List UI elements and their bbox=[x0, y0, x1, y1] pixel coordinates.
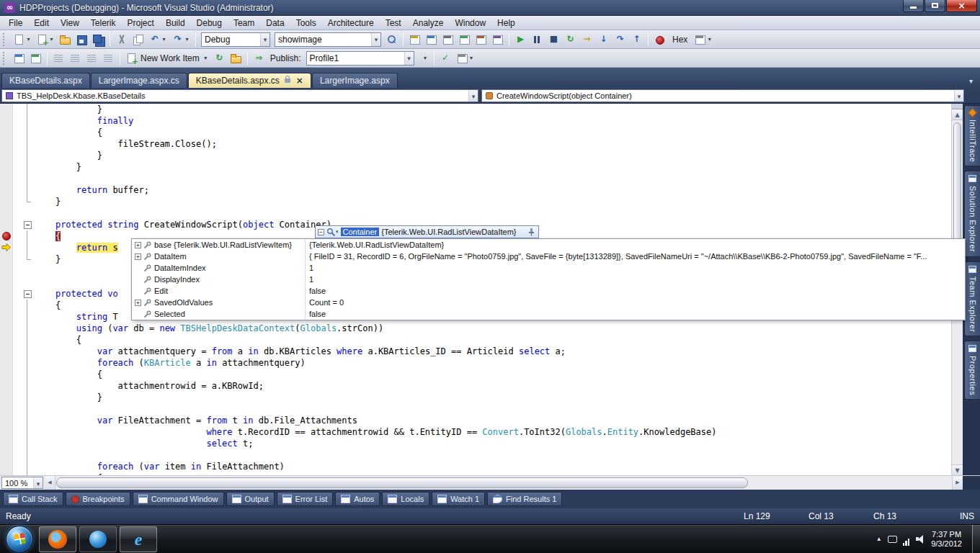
restart-button[interactable]: ↻ bbox=[563, 32, 578, 48]
side-tab-properties[interactable]: Properties bbox=[964, 341, 980, 400]
tab-largerimage-aspx-cs[interactable]: LargerImage.aspx.cs bbox=[91, 73, 187, 88]
open-file-button[interactable] bbox=[58, 32, 73, 48]
break-all-button[interactable] bbox=[530, 32, 545, 48]
taskbar-app-firefox[interactable] bbox=[39, 526, 76, 552]
vertical-scroll-thumb[interactable] bbox=[953, 122, 961, 248]
code-line[interactable] bbox=[0, 403, 951, 415]
expand-icon[interactable]: + bbox=[135, 300, 141, 306]
increase-indent-button[interactable] bbox=[68, 50, 83, 66]
chevron-down-icon[interactable]: ▾ bbox=[404, 52, 414, 65]
menu-item-window[interactable]: Window bbox=[449, 16, 491, 30]
chevron-down-icon[interactable]: ▾ bbox=[336, 229, 339, 235]
breakpoint-glyph[interactable] bbox=[2, 232, 11, 240]
code-line[interactable]: attachmentrowid = a.KBRowId; bbox=[0, 380, 951, 392]
step-out-button[interactable]: ↑ bbox=[629, 32, 644, 48]
datatip-member-row[interactable]: +SavedOldValuesCount = 0 bbox=[132, 297, 965, 308]
view-designer-button[interactable] bbox=[28, 50, 43, 66]
expand-icon[interactable]: + bbox=[135, 253, 141, 260]
view-markup-button[interactable] bbox=[12, 50, 27, 66]
chevron-down-icon[interactable]: ▾ bbox=[706, 36, 713, 42]
editor-splitter-handle[interactable] bbox=[952, 104, 963, 109]
copy-button[interactable] bbox=[130, 32, 146, 48]
code-line[interactable] bbox=[0, 449, 951, 461]
datatip-member-row[interactable]: DisplayIndex1 bbox=[132, 274, 965, 285]
add-new-item-button[interactable]: ▾ bbox=[35, 32, 56, 48]
menu-item-team[interactable]: Team bbox=[228, 16, 260, 30]
open-query-button[interactable] bbox=[228, 50, 244, 66]
redo-button[interactable]: ↷▾ bbox=[170, 32, 192, 48]
bottom-tab-locals[interactable]: Locals bbox=[382, 492, 429, 506]
continue-button[interactable]: ▶ bbox=[513, 32, 528, 48]
chevron-down-icon[interactable]: ▾ bbox=[33, 477, 43, 488]
save-button[interactable] bbox=[74, 32, 89, 48]
datatip-member-row[interactable]: +base {Telerik.Web.UI.RadListViewItem}{T… bbox=[132, 239, 965, 251]
chevron-down-icon[interactable]: ▾ bbox=[468, 90, 478, 102]
chevron-down-icon[interactable]: ▾ bbox=[48, 36, 55, 42]
toolbox-button[interactable] bbox=[473, 32, 489, 48]
menu-item-data[interactable]: Data bbox=[260, 16, 290, 30]
save-all-button[interactable] bbox=[91, 32, 106, 48]
chevron-down-icon[interactable]: ▾ bbox=[161, 36, 167, 42]
tab-largerimage-aspx[interactable]: LargerImage.aspx bbox=[312, 73, 398, 88]
tab-kbasedetails-aspx-cs[interactable]: KBaseDetails.aspx.cs× bbox=[188, 73, 311, 88]
publish-profile-combo[interactable]: Profile1▾ bbox=[306, 51, 414, 66]
bottom-tab-watch-1[interactable]: Watch 1 bbox=[432, 492, 485, 506]
solution-explorer-button[interactable] bbox=[407, 32, 422, 48]
horizontal-scrollbar[interactable]: ◀ ▶ bbox=[45, 476, 963, 490]
menu-item-test[interactable]: Test bbox=[380, 16, 407, 30]
refresh-work-items-button[interactable]: ↻ bbox=[212, 50, 227, 66]
zoom-combo[interactable]: 100 % ▾ bbox=[1, 477, 43, 489]
side-tab-intellitrace[interactable]: IntelliTrace bbox=[964, 105, 980, 166]
code-line[interactable] bbox=[0, 207, 951, 219]
datatip-header[interactable]: − ▾ Container {Telerik.Web.UI.RadListVie… bbox=[315, 225, 539, 238]
menu-item-help[interactable]: Help bbox=[491, 16, 521, 30]
code-line[interactable]: return buffer; bbox=[0, 184, 951, 196]
close-tab-icon[interactable]: × bbox=[296, 76, 303, 85]
menu-item-debug[interactable]: Debug bbox=[191, 16, 228, 30]
datatip-member-row[interactable]: Selectedfalse bbox=[132, 308, 965, 320]
bottom-tab-find-results-1[interactable]: Find Results 1 bbox=[487, 492, 562, 506]
volume-tray-icon[interactable] bbox=[916, 534, 925, 544]
horizontal-scroll-thumb[interactable] bbox=[56, 477, 748, 488]
menu-item-edit[interactable]: Edit bbox=[28, 16, 55, 30]
solution-configurations-combo[interactable]: Debug▾ bbox=[201, 32, 270, 47]
menu-item-build[interactable]: Build bbox=[160, 16, 191, 30]
taskbar-app-messenger[interactable] bbox=[79, 526, 117, 552]
object-browser-button[interactable] bbox=[457, 32, 472, 48]
publish-settings-button[interactable]: ▾ bbox=[417, 50, 430, 66]
collapse-icon[interactable]: − bbox=[318, 229, 324, 235]
start-button[interactable] bbox=[6, 526, 33, 553]
bottom-tab-error-list[interactable]: Error List bbox=[277, 492, 334, 506]
new-project-button[interactable]: ▾ bbox=[12, 32, 33, 48]
code-line[interactable]: where t.RecordID == attachmentrowid && t… bbox=[0, 426, 951, 438]
cut-button[interactable] bbox=[114, 32, 129, 48]
network-tray-icon[interactable] bbox=[903, 533, 911, 546]
chevron-down-icon[interactable]: ▾ bbox=[422, 55, 429, 61]
scroll-up-button[interactable]: ▲ bbox=[952, 109, 963, 120]
properties-window-button[interactable] bbox=[440, 32, 455, 48]
find-in-files-button[interactable] bbox=[384, 32, 399, 48]
bottom-tab-autos[interactable]: Autos bbox=[335, 492, 380, 506]
types-combo[interactable]: TBS_HelpDesk.Kbase.KBaseDetails ▾ bbox=[1, 89, 478, 102]
expand-icon[interactable]: + bbox=[135, 242, 141, 248]
show-next-statement-button[interactable]: → bbox=[579, 32, 594, 48]
code-line[interactable]: { bbox=[0, 127, 951, 138]
taskbar-app-internet-explorer[interactable]: e bbox=[120, 526, 157, 552]
menu-item-telerik[interactable]: Telerik bbox=[85, 16, 122, 30]
debug-location-dropdown[interactable]: ▾ bbox=[692, 32, 714, 48]
code-line[interactable]: } bbox=[0, 104, 951, 115]
chevron-down-icon[interactable]: ▾ bbox=[260, 33, 270, 46]
new-work-item-button[interactable]: New Work Item▾ bbox=[124, 50, 210, 66]
title-bar[interactable]: ∞ HDPProjects (Debugging) - Microsoft Vi… bbox=[0, 0, 980, 16]
document-list-button[interactable]: ▾ bbox=[963, 77, 979, 88]
bottom-tab-output[interactable]: Output bbox=[226, 492, 275, 506]
code-line[interactable]: select t; bbox=[0, 438, 951, 449]
step-over-button[interactable]: ↷ bbox=[612, 32, 628, 48]
maximize-button[interactable] bbox=[925, 0, 945, 12]
datatip-member-row[interactable]: Editfalse bbox=[132, 285, 965, 297]
chevron-down-icon[interactable]: ▾ bbox=[25, 36, 32, 42]
code-line[interactable]: fileStream.Close(); bbox=[0, 138, 951, 150]
bottom-tab-command-window[interactable]: Command Window bbox=[133, 492, 224, 506]
code-line[interactable]: } bbox=[0, 150, 951, 161]
decrease-indent-button[interactable] bbox=[51, 50, 66, 66]
